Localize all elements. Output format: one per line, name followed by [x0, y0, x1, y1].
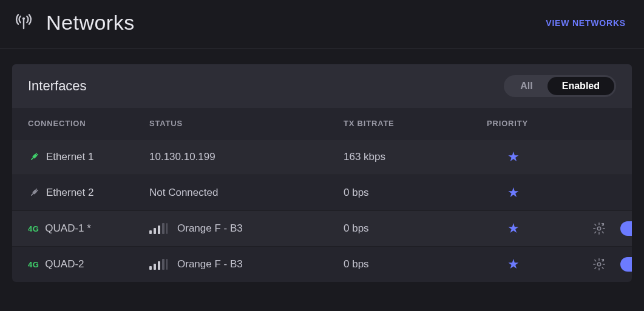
- connection-label: Ethernet 1: [46, 151, 93, 163]
- table-row: Ethernet 110.130.10.199163 kbps★: [12, 139, 632, 175]
- priority-star-icon[interactable]: ★: [507, 256, 520, 272]
- connection-cell: Ethernet 1: [28, 151, 149, 163]
- connection-cell: 4GQUAD-2: [28, 258, 149, 270]
- connection-cell: 4GQUAD-1 *: [28, 222, 149, 235]
- cellular-4g-badge: 4G: [28, 260, 39, 269]
- priority-cell: ★: [465, 221, 562, 236]
- svg-line-3: [36, 155, 38, 156]
- table-row: 4GQUAD-2Orange F - B30 bps★: [12, 246, 632, 282]
- priority-cell: ★: [465, 256, 562, 272]
- enable-toggle[interactable]: [620, 257, 632, 272]
- priority-star-icon[interactable]: ★: [507, 185, 520, 201]
- settings-gear-icon[interactable]: [592, 222, 606, 235]
- table-row: Ethernet 2Not Connected0 bps★: [12, 175, 632, 210]
- interfaces-panel: Interfaces All Enabled CONNECTION STATUS…: [12, 64, 632, 282]
- actions-cell: [562, 186, 632, 199]
- col-connection: CONNECTION: [28, 119, 149, 128]
- status-cell: Orange F - B3: [149, 258, 344, 270]
- ethernet-plug-icon: [28, 151, 40, 163]
- status-cell: 10.130.10.199: [149, 151, 344, 163]
- status-text: Not Connected: [149, 187, 218, 199]
- actions-cell: [562, 221, 632, 236]
- panel-title: Interfaces: [28, 78, 87, 94]
- svg-line-7: [36, 189, 37, 190]
- actions-cell: [562, 257, 632, 272]
- enable-toggle[interactable]: [620, 221, 632, 236]
- table-header: CONNECTION STATUS TX BITRATE PRIORITY: [12, 108, 632, 139]
- svg-point-11: [597, 227, 601, 230]
- col-priority: PRIORITY: [465, 119, 562, 128]
- tx-bitrate: 163 kbps: [344, 151, 465, 163]
- svg-point-12: [597, 263, 601, 266]
- svg-line-2: [36, 153, 37, 155]
- priority-star-icon[interactable]: ★: [507, 149, 520, 165]
- col-status: STATUS: [149, 119, 344, 128]
- actions-cell: [562, 150, 632, 164]
- signal-strength-icon: [149, 259, 168, 270]
- col-tx: TX BITRATE: [344, 119, 465, 128]
- table-row: 4GQUAD-1 *Orange F - B30 bps★: [12, 210, 632, 246]
- connection-label: QUAD-1 *: [45, 222, 91, 235]
- connection-label: QUAD-2: [45, 258, 84, 270]
- view-networks-link[interactable]: VIEW NETWORKS: [546, 18, 626, 28]
- svg-point-0: [22, 17, 25, 19]
- broadcast-icon: [12, 12, 35, 35]
- filter-all[interactable]: All: [506, 77, 547, 95]
- tx-bitrate: 0 bps: [344, 222, 465, 235]
- priority-cell: ★: [465, 149, 562, 165]
- signal-strength-icon: [149, 223, 168, 234]
- panel-header: Interfaces All Enabled: [12, 64, 632, 108]
- page-title-group: Networks: [12, 11, 135, 35]
- col-actions: [562, 119, 632, 128]
- ethernet-plug-icon: [28, 187, 40, 199]
- connection-cell: Ethernet 2: [28, 187, 149, 199]
- settings-gear-icon[interactable]: [592, 258, 606, 271]
- connection-label: Ethernet 2: [46, 187, 93, 199]
- page-title: Networks: [46, 11, 135, 35]
- svg-line-8: [36, 190, 38, 192]
- status-cell: Orange F - B3: [149, 222, 344, 235]
- cellular-4g-badge: 4G: [28, 224, 39, 233]
- filter-enabled[interactable]: Enabled: [547, 77, 614, 95]
- filter-toggle: All Enabled: [504, 75, 616, 97]
- table-body: Ethernet 110.130.10.199163 kbps★Ethernet…: [12, 139, 632, 282]
- status-cell: Not Connected: [149, 187, 344, 199]
- status-text: Orange F - B3: [177, 222, 243, 235]
- page-header: Networks VIEW NETWORKS: [0, 0, 644, 48]
- priority-cell: ★: [465, 185, 562, 201]
- svg-line-4: [32, 158, 33, 159]
- tx-bitrate: 0 bps: [344, 258, 465, 270]
- svg-line-9: [32, 193, 33, 195]
- status-text: Orange F - B3: [177, 258, 243, 270]
- status-text: 10.130.10.199: [149, 151, 215, 163]
- tx-bitrate: 0 bps: [344, 187, 465, 199]
- priority-star-icon[interactable]: ★: [507, 221, 520, 236]
